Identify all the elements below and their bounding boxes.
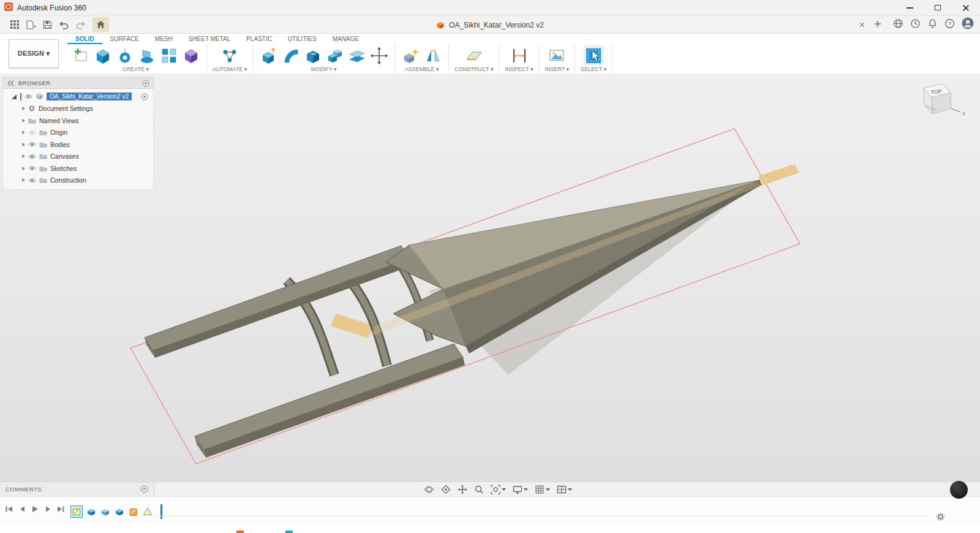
expanded-arrow-icon[interactable] bbox=[11, 94, 17, 100]
panel-options-icon[interactable] bbox=[142, 80, 149, 87]
tab-solid[interactable]: SOLID bbox=[67, 34, 102, 44]
pan-button[interactable] bbox=[456, 484, 469, 495]
close-document-button[interactable] bbox=[859, 22, 865, 28]
group-label-select[interactable]: SELECT ▾ bbox=[581, 66, 606, 72]
document-tab[interactable]: OA_Sikhi_Katar_Version2 v2 bbox=[0, 16, 980, 34]
collapse-panel-icon[interactable] bbox=[7, 80, 14, 86]
browser-item-sketches[interactable]: Sketches bbox=[3, 162, 153, 175]
expand-arrow-icon[interactable] bbox=[22, 154, 25, 158]
look-at-button[interactable] bbox=[440, 484, 452, 495]
viewports-button[interactable] bbox=[556, 484, 573, 495]
expand-arrow-icon[interactable] bbox=[22, 167, 25, 170]
extensions-button[interactable] bbox=[893, 18, 903, 31]
shell-button[interactable] bbox=[303, 45, 323, 66]
app-grid-button[interactable] bbox=[6, 17, 23, 32]
timeline-feature-extrude[interactable] bbox=[86, 506, 97, 517]
visibility-eye-icon[interactable] bbox=[28, 154, 36, 159]
expand-arrow-icon[interactable] bbox=[22, 119, 25, 123]
group-label-construct[interactable]: CONSTRUCT ▾ bbox=[454, 66, 493, 72]
group-label-automate[interactable]: AUTOMATE ▾ bbox=[213, 66, 247, 72]
grid-snap-button[interactable] bbox=[533, 484, 551, 495]
group-label-modify[interactable]: MODIFY ▾ bbox=[311, 66, 337, 72]
group-label-insert[interactable]: INSERT ▾ bbox=[545, 66, 569, 72]
sketch-tip-strip[interactable] bbox=[758, 164, 799, 186]
handle-bar-top[interactable] bbox=[145, 246, 412, 358]
viewcube-graphic[interactable]: TOP FRONT X bbox=[907, 78, 968, 134]
go-to-start-button[interactable] bbox=[5, 505, 13, 513]
browser-header[interactable]: BROWSER bbox=[2, 77, 154, 89]
visibility-eye-icon[interactable] bbox=[28, 165, 36, 171]
viewcube[interactable]: TOP FRONT X bbox=[907, 78, 968, 134]
joint-button[interactable] bbox=[423, 45, 443, 66]
file-menu-button[interactable] bbox=[23, 17, 39, 32]
tab-surface[interactable]: SURFACE bbox=[102, 34, 147, 44]
redo-button[interactable] bbox=[72, 17, 89, 32]
browser-item-origin[interactable]: Origin bbox=[3, 127, 153, 139]
orbit-button[interactable] bbox=[423, 484, 435, 495]
insert-canvas-button[interactable] bbox=[547, 45, 567, 66]
offset-face-button[interactable] bbox=[347, 45, 367, 66]
timeline-position-marker[interactable] bbox=[160, 504, 162, 519]
expand-arrow-icon[interactable] bbox=[22, 143, 25, 146]
browser-root-row[interactable]: OA_Sikhi_Katar_Version2 v2 bbox=[3, 91, 153, 103]
group-label-inspect[interactable]: INSPECT ▾ bbox=[505, 66, 533, 72]
expand-arrow-icon[interactable] bbox=[22, 130, 25, 134]
group-label-assemble[interactable]: ASSEMBLE ▾ bbox=[405, 66, 439, 72]
save-button[interactable] bbox=[39, 17, 56, 32]
visibility-eye-icon[interactable] bbox=[24, 94, 32, 99]
maximize-button[interactable] bbox=[924, 0, 952, 15]
automate-button[interactable] bbox=[220, 45, 240, 66]
expand-arrow-icon[interactable] bbox=[22, 107, 25, 110]
comments-bar[interactable]: COMMENTS bbox=[0, 482, 154, 496]
timeline-feature-sketch[interactable] bbox=[70, 505, 83, 518]
tab-utilities[interactable]: UTILITIES bbox=[280, 34, 325, 44]
pattern-button[interactable] bbox=[159, 45, 179, 66]
comments-expand-icon[interactable] bbox=[140, 485, 148, 493]
timeline-feature-draft[interactable] bbox=[142, 506, 153, 517]
coil-button[interactable] bbox=[181, 45, 201, 66]
revolve-button[interactable] bbox=[115, 45, 135, 66]
timeline-feature-form[interactable] bbox=[128, 506, 139, 517]
assistant-button[interactable] bbox=[950, 481, 968, 499]
play-button[interactable] bbox=[31, 505, 39, 513]
job-status-button[interactable] bbox=[910, 18, 921, 31]
new-tab-button[interactable] bbox=[874, 19, 881, 30]
press-pull-button[interactable] bbox=[258, 45, 279, 66]
minimize-button[interactable] bbox=[895, 0, 924, 15]
viewport-canvas[interactable]: TOP FRONT X BROWSER bbox=[0, 74, 980, 482]
browser-item-bodies[interactable]: Bodies bbox=[3, 138, 153, 151]
go-to-end-button[interactable] bbox=[56, 505, 65, 513]
zoom-button[interactable] bbox=[473, 484, 485, 495]
create-sketch-button[interactable] bbox=[70, 45, 91, 66]
visibility-eye-icon[interactable] bbox=[28, 142, 36, 147]
browser-item-construction[interactable]: Construction bbox=[3, 175, 153, 187]
step-forward-button[interactable] bbox=[44, 505, 51, 513]
construction-plane-button[interactable] bbox=[464, 45, 484, 66]
tab-sheet-metal[interactable]: SHEET METAL bbox=[181, 34, 239, 44]
tab-plastic[interactable]: PLASTIC bbox=[238, 34, 280, 44]
group-label-create[interactable]: CREATE ▾ bbox=[123, 66, 149, 72]
browser-item-canvases[interactable]: Canvases bbox=[3, 151, 153, 163]
move-copy-button[interactable] bbox=[369, 45, 389, 66]
new-component-button[interactable] bbox=[401, 45, 421, 66]
browser-item-document-settings[interactable]: Document Settings bbox=[3, 103, 153, 115]
timeline-feature-extrude[interactable] bbox=[114, 506, 125, 517]
select-button[interactable] bbox=[584, 45, 604, 66]
display-settings-button[interactable] bbox=[511, 484, 529, 495]
extrude-button[interactable] bbox=[92, 45, 113, 66]
step-back-button[interactable] bbox=[18, 505, 26, 513]
combine-button[interactable] bbox=[325, 45, 345, 66]
tab-mesh[interactable]: MESH bbox=[147, 34, 181, 44]
notifications-button[interactable] bbox=[927, 18, 938, 31]
fit-button[interactable] bbox=[489, 484, 507, 495]
fillet-button[interactable] bbox=[281, 45, 301, 66]
browser-root-label[interactable]: OA_Sikhi_Katar_Version2 v2 bbox=[47, 93, 132, 100]
activate-component-radio[interactable] bbox=[141, 93, 148, 100]
tab-manage[interactable]: MANAGE bbox=[325, 34, 367, 44]
close-button[interactable] bbox=[952, 0, 980, 15]
visibility-eye-icon[interactable] bbox=[28, 130, 36, 135]
user-avatar[interactable] bbox=[962, 17, 974, 32]
measure-button[interactable] bbox=[509, 45, 529, 66]
expand-arrow-icon[interactable] bbox=[22, 178, 25, 182]
help-button[interactable]: ? bbox=[944, 18, 955, 31]
